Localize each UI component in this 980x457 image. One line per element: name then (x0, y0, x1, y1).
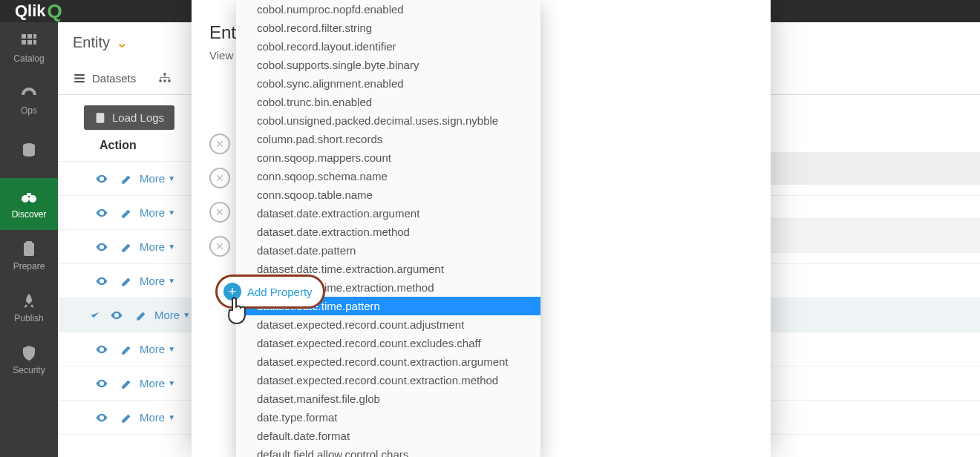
svg-rect-5 (33, 40, 36, 45)
dropdown-item[interactable]: dataset.expected.record.count.adjustment (236, 315, 540, 334)
pencil-icon[interactable] (120, 343, 134, 356)
nav-catalog[interactable]: Catalog (0, 22, 58, 74)
logo-q-icon: Q (48, 0, 62, 23)
pencil-icon[interactable] (120, 172, 134, 185)
pencil-icon[interactable] (120, 206, 134, 220)
dropdown-item[interactable]: cobol.supports.single.byte.binary (236, 56, 540, 74)
shield-icon (20, 344, 38, 362)
remove-property-button[interactable]: ✕ (209, 236, 230, 257)
nav-label: Security (13, 365, 45, 375)
remove-property-button[interactable]: ✕ (209, 134, 230, 154)
pencil-icon[interactable] (120, 411, 134, 424)
more-dropdown[interactable]: More▼ (140, 240, 175, 253)
dropdown-item[interactable]: dataset.expected.record.count.extraction… (236, 371, 540, 389)
eye-icon[interactable] (95, 240, 108, 254)
dropdown-item[interactable]: cobol.record.layout.identifier (236, 37, 540, 56)
eye-icon[interactable] (95, 411, 108, 424)
eye-icon[interactable] (95, 274, 108, 288)
dropdown-item[interactable]: dataset.manifest.file.glob (236, 389, 540, 408)
property-dropdown[interactable]: cobol.numproc.nopfd.enabledcobol.record.… (236, 0, 540, 457)
eye-icon[interactable] (95, 343, 108, 356)
nav-label: Catalog (13, 53, 44, 64)
more-dropdown[interactable]: More▼ (140, 172, 175, 185)
logo: QlikQ (15, 0, 62, 23)
pencil-icon[interactable] (135, 309, 148, 322)
caret-down-icon: ▼ (168, 413, 175, 421)
nav-db[interactable] (0, 126, 58, 178)
dropdown-item[interactable]: cobol.numproc.nopfd.enabled (236, 0, 540, 19)
svg-rect-19 (97, 113, 105, 122)
more-dropdown[interactable]: More▼ (140, 343, 175, 355)
dropdown-item[interactable]: dataset.date.extraction.argument (236, 204, 540, 223)
dropdown-item[interactable]: date.type.format (236, 408, 540, 427)
caret-down-icon: ▼ (168, 277, 175, 285)
dropdown-item[interactable]: cobol.sync.alignment.enabled (236, 74, 540, 93)
tab-schema[interactable] (158, 72, 177, 85)
nav-label: Publish (14, 313, 43, 323)
nav-prepare[interactable]: Prepare (0, 230, 58, 282)
more-dropdown[interactable]: More▼ (140, 411, 175, 424)
caret-down-icon: ▼ (183, 311, 190, 319)
grid-icon (20, 33, 38, 50)
nav-ops[interactable]: Ops (0, 74, 58, 126)
more-dropdown[interactable]: More▼ (140, 377, 175, 389)
load-logs-button[interactable]: Load Logs (84, 105, 174, 130)
dropdown-item[interactable]: cobol.trunc.bin.enabled (236, 93, 540, 111)
database-icon (20, 142, 38, 160)
dropdown-item[interactable]: dataset.expected.record.count.extraction… (236, 352, 540, 371)
plus-icon: + (223, 283, 241, 300)
left-nav: Catalog Ops Discover Prepare Publish Sec… (0, 22, 58, 457)
entity-title: Entity (73, 34, 110, 51)
nav-security[interactable]: Security (0, 334, 58, 386)
caret-down-icon: ▼ (168, 379, 175, 387)
chevron-down-icon: ⌄ (116, 33, 128, 51)
eye-icon[interactable] (110, 309, 123, 322)
add-property-button[interactable]: + Add Property (215, 274, 325, 309)
more-dropdown[interactable]: More▼ (140, 274, 175, 287)
dropdown-item[interactable]: dataset.expected.record.count.excludes.c… (236, 334, 540, 352)
dropdown-item[interactable]: conn.sqoop.table.name (236, 185, 540, 204)
nav-discover[interactable]: Discover (0, 178, 58, 230)
property-remove-list: ✕ ✕ ✕ ✕ (209, 134, 230, 270)
nav-label: Prepare (13, 261, 45, 272)
dropdown-item[interactable]: default.field.allow.control.chars (236, 445, 540, 457)
dropdown-item[interactable]: column.pad.short.records (236, 130, 540, 148)
svg-rect-11 (26, 241, 32, 244)
dropdown-item[interactable]: conn.sqoop.schema.name (236, 167, 540, 185)
nav-publish[interactable]: Publish (0, 282, 58, 334)
more-dropdown[interactable]: More▼ (154, 309, 190, 321)
pencil-icon[interactable] (120, 274, 134, 288)
nav-label: Discover (12, 209, 47, 220)
remove-property-button[interactable]: ✕ (209, 168, 230, 188)
dropdown-item[interactable]: dataset.date.pattern (236, 241, 540, 260)
caret-down-icon: ▼ (168, 243, 175, 251)
svg-rect-12 (74, 74, 85, 76)
svg-rect-2 (33, 34, 36, 39)
dropdown-item[interactable]: cobol.unsigned.packed.decimal.uses.sign.… (236, 111, 540, 130)
more-dropdown[interactable]: More▼ (140, 206, 175, 219)
caret-down-icon: ▼ (168, 345, 175, 353)
pencil-icon[interactable] (120, 377, 134, 390)
svg-point-7 (22, 195, 29, 203)
pencil-icon[interactable] (120, 240, 134, 254)
eye-icon[interactable] (95, 172, 108, 185)
svg-rect-4 (27, 40, 32, 45)
svg-rect-13 (74, 77, 85, 79)
svg-rect-0 (22, 34, 26, 39)
add-property-label: Add Property (247, 286, 313, 298)
document-icon (94, 112, 106, 124)
svg-rect-14 (74, 81, 85, 82)
dropdown-item[interactable]: default.date.format (236, 427, 540, 445)
dropdown-item[interactable]: conn.sqoop.mappers.count (236, 148, 540, 167)
property-modal: Enti View a ✕ ✕ ✕ ✕ cobol.numproc.nopfd.… (192, 0, 771, 457)
caret-down-icon: ▼ (168, 208, 175, 217)
caret-down-icon: ▼ (168, 174, 175, 183)
svg-rect-3 (22, 40, 26, 45)
eye-icon[interactable] (95, 206, 108, 220)
eye-icon[interactable] (95, 377, 108, 390)
gauge-icon (20, 85, 38, 102)
dropdown-item[interactable]: cobol.record.filter.string (236, 19, 540, 37)
tab-datasets[interactable]: Datasets (73, 72, 136, 85)
dropdown-item[interactable]: dataset.date.extraction.method (236, 223, 540, 241)
remove-property-button[interactable]: ✕ (209, 202, 230, 223)
